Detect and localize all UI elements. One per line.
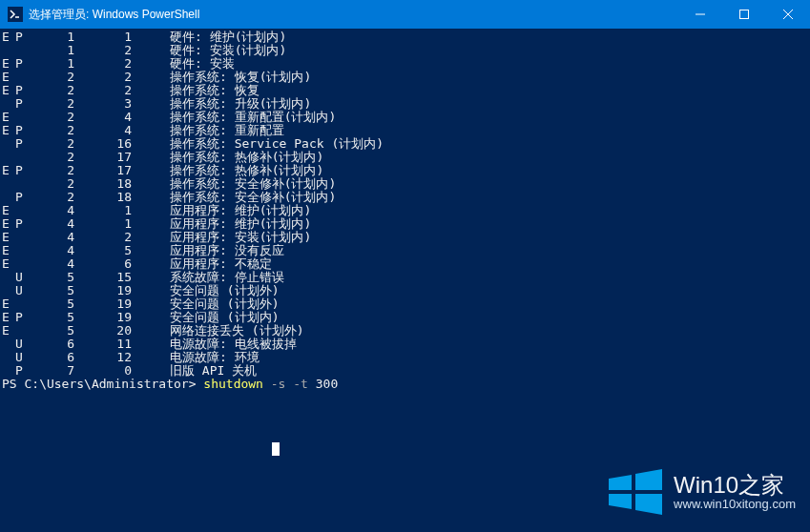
prompt-line[interactable]: PS C:\Users\Administrator> shutdown -s -… [2,378,808,391]
output-row: E45应用程序: 没有反应 [2,244,808,257]
output-row: EP24操作系统: 重新配置 [2,124,808,137]
minimize-button[interactable] [678,0,722,29]
window-titlebar: 选择管理员: Windows PowerShell [0,0,810,29]
output-row: U612电源故障: 环境 [2,351,808,364]
terminal-output[interactable]: EP11硬件: 维护(计划内)12硬件: 安装(计划内)EP12硬件: 安装E2… [0,29,810,393]
output-row: EP12硬件: 安装 [2,57,808,71]
output-row: P218操作系统: 安全修补(计划内) [2,191,808,204]
maximize-button[interactable] [722,0,766,29]
output-row: E42应用程序: 安装(计划内) [2,231,808,244]
windows-logo-icon [607,469,664,515]
output-row: EP11硬件: 维护(计划内) [2,31,808,44]
output-row: E519安全问题 (计划外) [2,297,808,311]
svg-marker-6 [609,475,632,490]
output-row: E24操作系统: 重新配置(计划内) [2,111,808,124]
close-button[interactable] [766,0,810,29]
window-controls [678,0,810,29]
output-row: U515系统故障: 停止错误 [2,271,808,284]
output-row: U519安全问题 (计划外) [2,284,808,297]
output-row: U611电源故障: 电线被拔掉 [2,338,808,351]
watermark: Win10之家 www.win10xitong.com [607,469,796,515]
output-row: E520网络连接丢失 (计划外) [2,324,808,338]
output-row: P216操作系统: Service Pack (计划内) [2,137,808,151]
window-title: 选择管理员: Windows PowerShell [29,7,678,23]
powershell-icon [8,7,23,22]
svg-marker-7 [635,469,662,490]
output-row: 217操作系统: 热修补(计划内) [2,151,808,164]
text-cursor [272,442,280,456]
output-row: E46应用程序: 不稳定 [2,257,808,271]
watermark-title: Win10之家 [674,473,796,498]
output-row: E22操作系统: 恢复(计划内) [2,71,808,84]
output-row: EP41应用程序: 维护(计划内) [2,217,808,231]
svg-marker-9 [635,494,662,515]
output-row: P70旧版 API 关机 [2,364,808,378]
command-flags: -s -t [271,377,308,391]
output-row: 12硬件: 安装(计划内) [2,44,808,57]
command-name: shutdown [203,377,263,391]
output-row: EP519安全问题 (计划内) [2,311,808,324]
watermark-url: www.win10xitong.com [674,498,796,511]
output-row: EP22操作系统: 恢复 [2,84,808,97]
output-row: 218操作系统: 安全修补(计划内) [2,177,808,191]
prompt-path: PS C:\Users\Administrator> [2,377,197,391]
svg-marker-8 [609,494,632,509]
output-row: P23操作系统: 升级(计划内) [2,97,808,111]
output-row: EP217操作系统: 热修补(计划内) [2,164,808,177]
output-row: E41应用程序: 维护(计划内) [2,204,808,217]
command-arg: 300 [316,377,338,391]
svg-rect-3 [740,10,749,19]
